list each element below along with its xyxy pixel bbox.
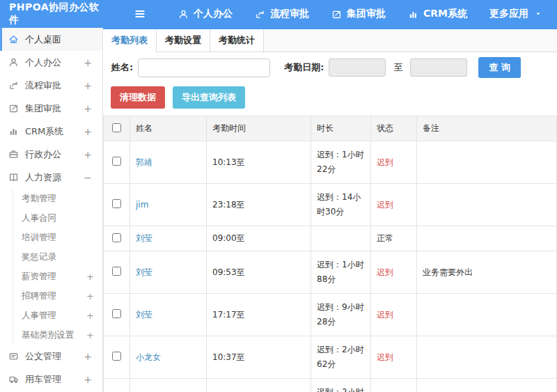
tab-attendance-list[interactable]: 考勤列表: [103, 29, 157, 52]
expand-toggle[interactable]: +: [84, 80, 92, 91]
expand-toggle[interactable]: +: [86, 330, 94, 340]
status-text: 迟到/早退: [371, 379, 417, 392]
row-checkbox[interactable]: [112, 199, 121, 208]
col-time: 考勤时间: [207, 116, 311, 141]
sidebar-sub-training[interactable]: 培训管理: [13, 228, 102, 247]
employee-name-link[interactable]: 郭靖: [136, 157, 152, 167]
expand-toggle[interactable]: +: [86, 272, 94, 282]
table-row: 刘莹 09:00至 正常: [104, 226, 557, 251]
sidebar-item-hr[interactable]: 人力资源 −: [0, 166, 102, 189]
sidebar-item-vehicle[interactable]: 用车管理 +: [0, 368, 102, 391]
name-label: 姓名:: [111, 61, 133, 74]
row-checkbox[interactable]: [112, 233, 121, 242]
employee-name-link[interactable]: jim: [136, 200, 148, 210]
sidebar-sub-personnel[interactable]: 人事管理 +: [13, 306, 102, 325]
sidebar-item-crm[interactable]: CRM系统 +: [0, 120, 102, 143]
expand-toggle[interactable]: +: [84, 351, 92, 362]
sidebar-sub-salary[interactable]: 薪资管理 +: [13, 267, 102, 286]
attendance-table-wrap: 姓名 考勤时间 时长 状态 备注 郭靖 10:13至 迟到：1小时22分 迟到: [103, 116, 557, 392]
sidebar-item-label: CRM系统: [25, 125, 84, 138]
chart-icon: [408, 9, 418, 19]
hr-submenu: 考勤管理 人事合同 培训管理 奖惩记录 薪资管理 + 招聘管理 +: [13, 189, 102, 345]
table-row: 郭靖 10:13至 迟到：1小时22分 迟到: [104, 141, 557, 184]
sidebar-item-label: 行政办公: [25, 148, 84, 161]
flow-icon: [8, 80, 19, 91]
expand-toggle[interactable]: +: [84, 374, 92, 385]
sub-item-label: 培训管理: [22, 232, 94, 244]
table-row: 管理员 10:54至10:54 迟到：2小时90分 早退：7小时10分 迟到/早…: [104, 379, 557, 392]
employee-name-link[interactable]: 刘莹: [136, 310, 152, 320]
expand-toggle[interactable]: +: [86, 311, 94, 321]
sidebar-sub-hr-contract[interactable]: 人事合同: [13, 208, 102, 228]
expand-toggle[interactable]: +: [84, 149, 92, 160]
status-text: 迟到: [371, 294, 417, 336]
sidebar-sub-attendance[interactable]: 考勤管理: [13, 189, 102, 208]
status-text: 迟到: [371, 141, 417, 184]
user-icon: [178, 9, 189, 19]
query-button[interactable]: 查 询: [478, 57, 521, 78]
expand-toggle[interactable]: +: [84, 103, 92, 114]
nav-crm-system[interactable]: CRM系统: [408, 8, 467, 20]
sub-item-label: 基础类别设置: [22, 329, 86, 341]
nav-more-apps[interactable]: 更多应用: [489, 8, 542, 20]
employee-name-link[interactable]: 刘莹: [136, 233, 152, 243]
clean-data-button[interactable]: 清理数据: [111, 86, 165, 109]
sidebar-item-label: 流程审批: [25, 79, 84, 92]
remark: 1111: [417, 379, 557, 392]
duration: 迟到：9小时28分: [311, 294, 371, 336]
sub-item-label: 考勤管理: [22, 193, 94, 205]
nav-personal-office[interactable]: 个人办公: [178, 8, 233, 20]
remark: 业务需要外出: [417, 251, 557, 294]
document-icon: [8, 351, 19, 361]
remark: [417, 294, 557, 336]
attendance-time: 09:53至: [207, 251, 311, 294]
export-list-button[interactable]: 导出查询列表: [173, 86, 245, 109]
book-icon: [8, 172, 19, 182]
sidebar-item-group-approval[interactable]: 集团审批 +: [0, 97, 102, 120]
menu-icon[interactable]: [134, 8, 146, 20]
row-checkbox[interactable]: [112, 352, 121, 361]
top-navigation: 个人办公 流程审批 集团审批 CRM系统 更多应用: [178, 8, 557, 20]
sidebar-item-admin-office[interactable]: 行政办公 +: [0, 143, 102, 166]
duration: 迟到：1小时22分: [311, 141, 371, 184]
expand-toggle[interactable]: +: [86, 291, 94, 301]
sidebar-item-documents[interactable]: 公文管理 +: [0, 345, 102, 368]
remark: [417, 226, 557, 251]
expand-toggle[interactable]: +: [84, 126, 92, 137]
nav-group-approval[interactable]: 集团审批: [331, 8, 386, 20]
employee-name-link[interactable]: 小龙女: [136, 352, 161, 362]
attendance-table: 姓名 考勤时间 时长 状态 备注 郭靖 10:13至 迟到：1小时22分 迟到: [103, 116, 557, 392]
col-status: 状态: [371, 116, 417, 141]
sidebar-sub-base-category[interactable]: 基础类别设置 +: [13, 325, 102, 345]
remark: [417, 336, 557, 379]
attendance-time: 10:37至: [207, 336, 311, 379]
sidebar-item-label: 个人办公: [25, 56, 84, 69]
topbar: PHPOA协同办公软件 个人办公 流程审批 集团审批 CRM系统 更多应用: [0, 0, 557, 28]
employee-name-link[interactable]: 刘莹: [136, 267, 152, 277]
row-checkbox[interactable]: [112, 157, 121, 166]
row-checkbox[interactable]: [112, 309, 121, 318]
sidebar-item-desktop[interactable]: 个人桌面: [0, 28, 102, 51]
sidebar-sub-recruit[interactable]: 招聘管理 +: [13, 286, 102, 306]
status-text: 迟到: [371, 336, 417, 379]
flow-icon: [255, 9, 265, 19]
date-from-input[interactable]: [329, 58, 386, 77]
row-checkbox[interactable]: [112, 267, 121, 276]
sub-item-label: 人事管理: [22, 310, 86, 322]
expand-toggle[interactable]: +: [84, 57, 92, 68]
select-all-checkbox[interactable]: [112, 123, 121, 132]
sidebar-sub-rewards[interactable]: 奖惩记录: [13, 247, 102, 267]
nav-workflow-approval[interactable]: 流程审批: [255, 8, 309, 20]
remark: [417, 141, 557, 184]
sidebar-item-workflow-approval[interactable]: 流程审批 +: [0, 74, 102, 97]
tab-attendance-settings[interactable]: 考勤设置: [157, 29, 210, 52]
remark: [417, 184, 557, 226]
name-input[interactable]: [138, 58, 270, 77]
attendance-time: 23:18至: [207, 184, 311, 226]
tab-attendance-stats[interactable]: 考勤统计: [210, 29, 264, 52]
date-to-input[interactable]: [410, 58, 467, 77]
sidebar-item-label: 人力资源: [25, 171, 84, 184]
sidebar-item-personal-office[interactable]: 个人办公 +: [0, 51, 102, 74]
collapse-toggle[interactable]: −: [84, 172, 92, 183]
duration: 迟到：1小时88分: [311, 251, 371, 294]
